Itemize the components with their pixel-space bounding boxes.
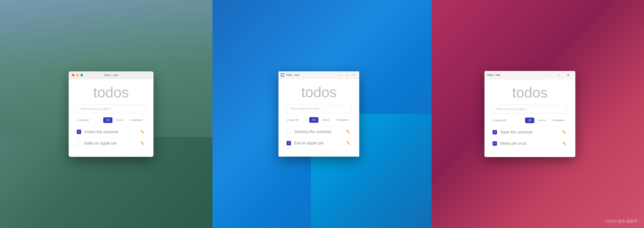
win11-filter-active[interactable]: Active [535,117,548,123]
win10-window-title: Todos - Iced [286,74,299,76]
mac-filter-active[interactable]: Active [113,117,126,123]
mac-app-title: todos [77,85,146,100]
win10-window-wrapper: Todos - Iced ─ □ ✕ todos 1 task left All… [278,71,359,157]
mac-filter-completed[interactable]: Completed [127,117,145,123]
mac-todo-checkbox-1[interactable] [77,141,81,145]
mac-minimize-button[interactable] [76,74,79,76]
mac-todo-checkbox-0[interactable] [77,130,81,134]
win10-filter-buttons: All Active Completed [309,117,352,123]
mac-window-title: Todos - Iced [104,74,118,77]
win11-minimize-button[interactable]: ─ [545,72,554,78]
win10-filter-active[interactable]: Active [319,117,332,123]
win10-window-content: todos 1 task left All Active Completed D… [278,79,359,157]
win11-todo-item-1: Make pie crust ✏️ [492,138,567,149]
mac-todo-item-0: Invent the universe ✏️ [77,126,146,137]
win10-todo-item-0: Destroy the universe ✏️ [286,126,351,137]
win11-filter-completed[interactable]: Completed [549,117,567,123]
win11-todo-checkbox-1[interactable] [492,141,497,146]
win10-todo-checkbox-1[interactable] [286,141,291,145]
win11-close-button[interactable]: ✕ [564,72,573,78]
mac-todo-list: Invent the universe ✏️ Bake an apple pie… [77,126,146,149]
mac-filter-all[interactable]: All [103,117,112,123]
win11-todo-edit-icon-1[interactable]: ✏️ [562,141,567,146]
win10-todo-text-0: Destroy the universe [294,129,346,134]
win11-tasks-left: 0 tasks left [492,119,506,122]
win10-filter-all[interactable]: All [309,117,318,123]
win11-todo-item-0: Save the universe ✏️ [492,126,567,138]
mac-traffic-lights [72,74,83,76]
win10-todo-checkbox-0[interactable] [286,130,291,134]
mac-filter-buttons: All Active Completed [103,117,146,123]
mac-window: Todos - Iced todos 1 task left All Activ… [69,71,154,157]
win10-controls: ─ □ ✕ [337,73,357,77]
win11-todo-text-1: Make pie crust [500,141,562,146]
win11-todo-input[interactable] [492,105,567,114]
win11-filter-buttons: All Active Completed [525,117,567,123]
mac-window-wrapper: Todos - Iced todos 1 task left All Activ… [69,71,154,157]
win10-filter-completed[interactable]: Completed [333,117,351,123]
mac-filter-bar: 1 task left All Active Completed [77,117,146,123]
mac-todo-edit-icon-1[interactable]: ✏️ [140,140,146,146]
win11-todo-checkbox-0[interactable] [492,130,497,134]
mac-window-content: todos 1 task left All Active Completed I… [69,79,154,157]
win11-window-wrapper: Todos - Iced ─ □ ✕ todos 0 tasks left Al… [484,71,575,157]
win10-app-icon-inner [282,74,284,76]
win10-titlebar: Todos - Iced ─ □ ✕ [278,71,359,79]
win11-window-content: todos 0 tasks left All Active Completed … [484,79,575,157]
win11-filter-bar: 0 tasks left All Active Completed [492,117,567,123]
win10-tasks-left: 1 task left [286,118,299,121]
win11-todo-text-0: Save the universe [500,130,562,134]
win10-todo-edit-icon-0[interactable]: ✏️ [346,129,351,134]
mac-close-button[interactable] [72,74,74,76]
win10-minimize-button[interactable]: ─ [337,73,343,77]
win11-titlebar: Todos - Iced ─ □ ✕ [484,71,575,79]
mac-todo-input[interactable] [77,105,146,113]
win10-todo-list: Destroy the universe ✏️ Eat an apple pie… [286,126,351,149]
win11-todo-edit-icon-0[interactable]: ✏️ [562,129,567,135]
mac-todo-edit-icon-0[interactable]: ✏️ [140,129,146,135]
win10-todo-input[interactable] [286,104,351,113]
mac-todo-text-0: Invent the universe [84,130,140,134]
win11-window-title: Todos - Iced [487,74,500,76]
win11-controls: ─ □ ✕ [545,72,573,78]
win11-maximize-button[interactable]: □ [554,72,564,78]
mac-maximize-button[interactable] [80,74,83,76]
mac-tasks-left: 1 task left [77,118,89,122]
win10-todo-text-1: Eat an apple pie [294,141,346,145]
win10-titlebar-left: Todos - Iced [281,73,299,77]
mac-todo-item-1: Bake an apple pie ✏️ [77,137,146,149]
win11-app-title: todos [492,85,567,100]
win11-window: Todos - Iced ─ □ ✕ todos 0 tasks left Al… [484,71,575,157]
mac-todo-text-1: Bake an apple pie [84,141,140,145]
csdn-watermark: CSDN @生成易手 [605,219,638,224]
win10-close-button[interactable]: ✕ [351,73,357,77]
win11-todo-list: Save the universe ✏️ Make pie crust ✏️ [492,126,567,149]
win10-app-title: todos [286,85,351,99]
win10-filter-bar: 1 task left All Active Completed [286,117,351,123]
win10-todo-item-1: Eat an apple pie ✏️ [286,137,351,149]
mac-titlebar: Todos - Iced [69,71,154,79]
win10-app-icon [281,73,284,77]
win10-todo-edit-icon-1[interactable]: ✏️ [346,140,351,146]
win10-window: Todos - Iced ─ □ ✕ todos 1 task left All… [278,71,359,157]
win11-filter-all[interactable]: All [525,117,534,123]
win10-maximize-button[interactable]: □ [344,73,350,77]
